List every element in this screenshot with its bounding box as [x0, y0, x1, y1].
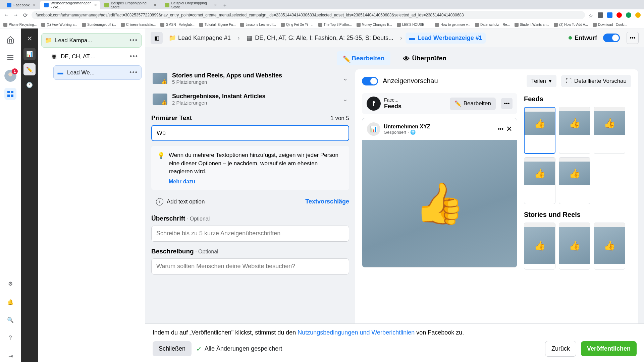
- terms-link[interactable]: Nutzungsbedingungen und Werberichtlinien: [298, 329, 415, 336]
- preview-thumb[interactable]: 👍: [559, 107, 590, 154]
- history-icon[interactable]: 🕐: [23, 79, 36, 91]
- preview-thumb[interactable]: 👍: [524, 157, 555, 204]
- bookmark-item[interactable]: (2) How To Add A...: [554, 23, 588, 27]
- ext-icon[interactable]: [626, 12, 631, 18]
- fb-icon[interactable]: [607, 12, 612, 18]
- help-icon[interactable]: ?: [4, 332, 16, 344]
- back-arrow-icon[interactable]: ←: [3, 12, 9, 18]
- browser-tab-4[interactable]: Beispiel Dropshipping Store×: [161, 1, 221, 9]
- browser-tab-3[interactable]: Beispiel Dropshipping Store×: [100, 1, 161, 9]
- pencil-icon: ✏️: [454, 100, 462, 107]
- bookmark-item[interactable]: Datenschutz – Re...: [475, 23, 510, 27]
- collapse-icon[interactable]: ⇥: [4, 350, 16, 362]
- placement-stories[interactable]: Stories und Reels, Apps und Websites5 Pl…: [151, 69, 349, 87]
- headline-input[interactable]: [151, 226, 349, 242]
- preview-thumb[interactable]: 👍: [524, 107, 555, 154]
- chevron-down-icon[interactable]: ⌄: [343, 96, 348, 103]
- preview-thumb[interactable]: 👍: [594, 223, 625, 269]
- preview-thumb[interactable]: 👍: [524, 223, 555, 269]
- chevron-down-icon[interactable]: ⌄: [343, 75, 348, 82]
- bookmark-item[interactable]: The Top 3 Platfor...: [318, 23, 352, 27]
- avatar[interactable]: 1: [4, 70, 16, 82]
- close-icon[interactable]: ✕: [23, 33, 36, 45]
- bookmark-item[interactable]: Money Changes E...: [357, 23, 392, 27]
- preview-toggle[interactable]: [362, 77, 378, 85]
- more-icon[interactable]: •••: [627, 32, 639, 44]
- optional-label: Optional: [198, 249, 218, 254]
- detailed-preview-button[interactable]: ⛶Detaillierte Vorschau: [561, 75, 631, 87]
- bookmark-item[interactable]: LEE'S HOUSE—...: [397, 23, 430, 27]
- bookmark-item[interactable]: Chinese translatio...: [121, 23, 156, 27]
- new-tab-button[interactable]: +: [221, 1, 229, 9]
- ads-grid-icon[interactable]: [4, 88, 16, 100]
- home-icon[interactable]: [4, 34, 16, 46]
- breadcrumb-campaign[interactable]: 📁Lead Kampagne #1: [166, 33, 234, 44]
- add-text-option-button[interactable]: +Add text option: [151, 195, 209, 209]
- close-button[interactable]: Schließen: [153, 341, 192, 356]
- forward-arrow-icon[interactable]: →: [13, 12, 19, 18]
- bookmark-item[interactable]: How to get more v...: [435, 23, 470, 27]
- tab-edit[interactable]: ✏️Bearbeiten: [337, 51, 390, 65]
- more-icon[interactable]: •••: [130, 53, 138, 60]
- bookmark-item[interactable]: Phone Recycling...: [3, 23, 37, 27]
- description-input[interactable]: [151, 258, 349, 275]
- tab-close-icon[interactable]: ×: [33, 2, 36, 8]
- tree-label: Lead We...: [67, 69, 95, 76]
- more-icon[interactable]: •••: [501, 98, 513, 109]
- context-title: Feeds: [384, 103, 401, 110]
- panel-toggle-icon[interactable]: ◧: [151, 32, 163, 44]
- bell-icon[interactable]: 🔔: [4, 296, 16, 308]
- text-suggestions-link[interactable]: Textvorschläge: [305, 198, 349, 205]
- tab-close-icon[interactable]: ×: [94, 2, 97, 8]
- close-icon[interactable]: ✕: [506, 125, 512, 133]
- preview-thumb[interactable]: 👍: [594, 107, 625, 154]
- extension-icon[interactable]: [598, 12, 603, 18]
- edit-icon[interactable]: ✏️: [23, 63, 36, 75]
- share-button[interactable]: Teilen▾: [527, 75, 556, 87]
- tab-review[interactable]: 👁Überprüfen: [397, 51, 452, 65]
- bookmark-item[interactable]: Sonderangebot! (...: [82, 23, 116, 27]
- info-link[interactable]: Mehr dazu: [169, 179, 343, 185]
- edit-preview-button[interactable]: ✏️Bearbeiten: [450, 98, 496, 110]
- ad-image: 👍: [362, 140, 517, 267]
- chart-icon[interactable]: 📊: [23, 48, 36, 60]
- ext-icon[interactable]: [616, 12, 622, 18]
- more-icon[interactable]: •••: [129, 69, 138, 76]
- preview-thumb[interactable]: 👍: [559, 223, 590, 269]
- bookmark-item[interactable]: Download - Cooki...: [593, 23, 627, 27]
- tab-close-icon[interactable]: ×: [154, 2, 156, 8]
- avatar-icon[interactable]: [635, 12, 641, 18]
- tree-campaign[interactable]: 📁 Lead Kampa... •••: [41, 33, 142, 48]
- bookmark-item[interactable]: (1) How Working a...: [41, 23, 77, 27]
- bookmark-item[interactable]: Lessons Learned f...: [240, 23, 276, 27]
- publish-button[interactable]: Veröffentlichen: [581, 341, 637, 356]
- back-button[interactable]: Zurück: [545, 341, 576, 357]
- tree-ad[interactable]: ▬ Lead We... •••: [53, 65, 142, 80]
- bookmark-item[interactable]: Qing Fei De Yi - ...: [281, 23, 314, 27]
- placement-subtitle: 2 Platzierungen: [172, 100, 265, 106]
- breadcrumb-adset[interactable]: ▦DE, CH, AT, G: Alle, I: Fashion, A: 25-…: [243, 33, 397, 44]
- placement-title: Suchergebnisse, Instant Articles: [172, 93, 265, 100]
- svg-rect-5: [7, 95, 10, 97]
- bookmark-item[interactable]: Student Wants an...: [515, 23, 549, 27]
- more-icon[interactable]: •••: [498, 126, 503, 132]
- reload-icon[interactable]: ⟳: [22, 12, 28, 18]
- tree-panel: 📁 Lead Kampa... ••• ▦ DE, CH, AT,... •••…: [38, 28, 145, 362]
- more-icon[interactable]: •••: [129, 37, 138, 44]
- browser-tab-1[interactable]: Facebook×: [3, 1, 40, 9]
- tree-adset[interactable]: ▦ DE, CH, AT,... •••: [47, 50, 142, 63]
- tab-close-icon[interactable]: ×: [214, 2, 217, 8]
- bookmark-item[interactable]: GMSN - Voleglab...: [160, 23, 195, 27]
- bookmark-item[interactable]: Tutorial: Eigene Fa...: [199, 23, 235, 27]
- primary-text-input[interactable]: [151, 125, 349, 141]
- menu-icon[interactable]: [4, 52, 16, 64]
- placement-search[interactable]: Suchergebnisse, Instant Articles2 Platzi…: [151, 90, 349, 108]
- gear-icon[interactable]: ⚙: [4, 278, 16, 290]
- url-field[interactable]: facebook.com/adsmanager/manage/ads/edit?…: [32, 11, 585, 19]
- star-icon[interactable]: ☆: [588, 12, 594, 18]
- search-icon[interactable]: 🔍: [4, 314, 16, 326]
- active-toggle[interactable]: [603, 34, 620, 42]
- breadcrumb-ad[interactable]: ▬Lead Werbeanzeige #1: [406, 33, 486, 44]
- preview-thumb[interactable]: 👍: [559, 157, 590, 204]
- browser-tab-2[interactable]: Werbeanzeigenmanager - We...×: [40, 1, 100, 9]
